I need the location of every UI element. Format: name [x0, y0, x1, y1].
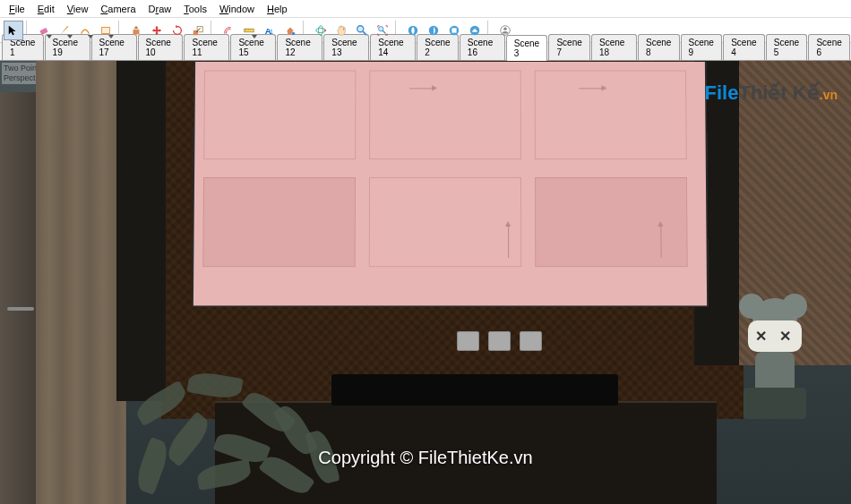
wood-wall-model [36, 61, 126, 504]
line-tool[interactable] [55, 21, 74, 40]
zoom-tool[interactable] [352, 21, 372, 40]
dropdown-arrow-icon [88, 35, 93, 38]
pushpull-tool[interactable] [126, 21, 146, 40]
dropdown-arrow-icon [47, 35, 52, 38]
vray-viewport-tool[interactable] [444, 21, 464, 40]
dark-panel-left-model [116, 61, 166, 401]
vray-render-tool[interactable] [403, 21, 423, 40]
watermark-logo: FileThiết Kế.vn [705, 81, 838, 105]
eraser-tool[interactable] [34, 21, 54, 40]
menu-draw[interactable]: Draw [143, 2, 177, 15]
svg-point-12 [316, 28, 326, 32]
arc-tool[interactable] [75, 21, 95, 40]
dropdown-arrow-icon [252, 35, 257, 38]
outlet-model [457, 331, 479, 351]
svg-text:1: 1 [270, 28, 273, 34]
svg-line-17 [383, 30, 386, 34]
svg-point-13 [318, 25, 322, 35]
scene-tab[interactable]: Scene 18 [591, 34, 637, 60]
soundbar-model [331, 374, 618, 406]
move-tool[interactable] [147, 21, 167, 40]
offset-tool[interactable] [219, 21, 238, 40]
kaws-figurine-model: ✕ ✕ [730, 294, 820, 419]
watermark-copyright: Copyright © FileThietKe.vn [318, 448, 532, 468]
menu-view[interactable]: View [62, 2, 94, 15]
vray-cloud-tool[interactable] [465, 21, 485, 40]
rotate-tool[interactable] [168, 21, 187, 40]
door-handle-model [7, 307, 34, 311]
scene-tab[interactable]: Scene 7 [548, 34, 590, 60]
svg-rect-1 [102, 27, 110, 33]
scene-tab[interactable]: Scene 6 [808, 34, 850, 60]
scene-tab[interactable]: Scene 4 [723, 34, 765, 60]
scene-tab[interactable]: Scene 9 [681, 34, 723, 60]
plant-model [116, 356, 367, 504]
svg-point-24 [503, 27, 507, 30]
pan-tool[interactable] [331, 21, 351, 40]
menu-bar: FFileile Edit View Camera Draw Tools Win… [0, 0, 851, 18]
outlet-model [488, 331, 511, 351]
scene-tab[interactable]: Scene 3 [506, 35, 548, 61]
scale-tool[interactable] [188, 21, 208, 40]
scene-tab[interactable]: Scene 8 [638, 34, 680, 60]
svg-rect-0 [39, 27, 47, 34]
rectangle-tool[interactable] [96, 21, 116, 40]
menu-tools[interactable]: Tools [178, 2, 212, 15]
menu-window[interactable]: Window [214, 2, 260, 15]
zoom-extents-tool[interactable] [373, 21, 392, 40]
scene-tabs-bar: Scene 1Scene 19Scene 17Scene 10Scene 11S… [0, 43, 851, 61]
paint-tool[interactable] [280, 21, 300, 40]
scene-tab[interactable]: Scene 5 [766, 34, 808, 60]
dropdown-arrow-icon [67, 35, 73, 38]
vray-interactive-tool[interactable] [424, 21, 443, 40]
svg-rect-21 [451, 28, 456, 32]
svg-point-11 [292, 31, 296, 35]
outlet-model [520, 331, 542, 351]
3d-viewport[interactable]: Two PointPerspective [0, 61, 851, 504]
dropdown-arrow-icon [108, 35, 114, 38]
tape-tool[interactable] [239, 21, 259, 40]
menu-file[interactable]: FFileile [4, 2, 30, 15]
text-tool[interactable]: A1 [260, 21, 279, 40]
select-tool[interactable] [4, 21, 23, 40]
svg-rect-4 [197, 26, 202, 31]
svg-rect-2 [133, 30, 140, 34]
tv-screen-model [192, 62, 709, 308]
svg-line-15 [363, 30, 366, 34]
menu-help[interactable]: Help [262, 2, 293, 15]
orbit-tool[interactable] [311, 21, 331, 40]
svg-point-14 [357, 25, 364, 31]
menu-camera[interactable]: Camera [95, 2, 141, 15]
menu-edit[interactable]: Edit [32, 2, 60, 15]
